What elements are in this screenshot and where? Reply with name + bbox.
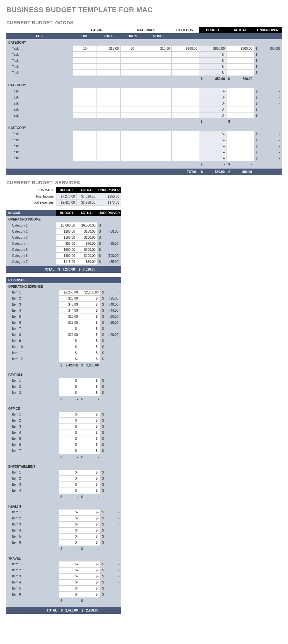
- expense-row-label: Item 3: [6, 521, 59, 527]
- expense-row: Item 1 $2,250.00 $2,250.00 $-: [6, 289, 121, 295]
- expense-row: Item 3 $- $- $-: [6, 573, 121, 579]
- expense-row-label: Item 2: [6, 384, 59, 390]
- cell-units[interactable]: [120, 64, 144, 70]
- expense-subtotal: $- $-: [6, 546, 121, 552]
- cell-units[interactable]: [120, 70, 144, 76]
- income-row-label: Category 4: [6, 241, 56, 247]
- task-row: Task $- $-: [6, 143, 282, 149]
- cell-hrs[interactable]: [73, 112, 97, 119]
- cell-hrs[interactable]: [73, 149, 97, 155]
- cell-units[interactable]: [120, 143, 144, 149]
- income-row: Category 2 $200.00 $150.00 $(50.00): [6, 228, 121, 235]
- task-row: Task $- $-: [6, 149, 282, 155]
- expense-row-label: Item 3: [6, 423, 59, 430]
- expense-row-label: Item 7: [6, 448, 59, 454]
- summary-label: SUMMARY: [6, 187, 56, 193]
- cell-hrs[interactable]: 10: [73, 46, 97, 52]
- expense-row-label: Item 2: [6, 567, 59, 573]
- expense-subtotal: $- $-: [6, 454, 121, 460]
- summary-hdr-uo: UNDER/OVER: [97, 187, 121, 193]
- expense-row-label: Item 4: [6, 430, 59, 436]
- expense-row-label: Item 6: [6, 591, 59, 597]
- cell-hrs[interactable]: [73, 137, 97, 143]
- expense-row-label: Item 1: [6, 561, 59, 567]
- col-rate: RATE: [97, 33, 120, 39]
- expense-row: Item 5 $- $- $-: [6, 585, 121, 591]
- goods-total-row: TOTAL $850.00 $800.00: [6, 169, 282, 175]
- expense-row-label: Item 6: [6, 539, 59, 546]
- cell-units[interactable]: [120, 52, 144, 58]
- cell-hrs[interactable]: [73, 143, 97, 149]
- category-subtotal: $850.00 $800.00: [6, 76, 282, 82]
- income-row-label: Category 5: [6, 247, 56, 253]
- income-title: INCOME: [6, 210, 56, 216]
- cell-units[interactable]: [120, 137, 144, 143]
- cell-units[interactable]: [120, 58, 144, 64]
- hdr-actual: ACTUAL: [227, 27, 254, 33]
- income-row-label: Category 3: [6, 235, 56, 241]
- summary-row: Total Income $7,270.00 $7,020.00 $250.00: [6, 193, 121, 199]
- cell-hrs[interactable]: [73, 70, 97, 76]
- income-row: Category 3 $100.00 $100.00 $-: [6, 235, 121, 241]
- category-label: CATEGORY: [6, 39, 282, 46]
- cell-hrs[interactable]: [73, 94, 97, 100]
- col-perunit: $/UNIT: [144, 33, 172, 39]
- task-row: Task $- $-: [6, 94, 282, 100]
- expense-row: Item 3 $- $- $-: [6, 521, 121, 527]
- cell-hrs[interactable]: [73, 52, 97, 58]
- cell-units[interactable]: [120, 106, 144, 112]
- expense-row: Item 6 $- $- $-: [6, 539, 121, 546]
- summary-table: SUMMARY BUDGET ACTUAL UNDER/OVER Total I…: [6, 187, 121, 206]
- goods-heading: CURRENT BUDGET: GOODS: [6, 20, 282, 25]
- cell-hrs[interactable]: [73, 88, 97, 94]
- task-label: Task: [6, 137, 73, 143]
- expense-row: Item 6 $- $- $-: [6, 591, 121, 597]
- expense-row: Item 1 $- $- $-: [6, 378, 121, 384]
- expense-section-title: PAYROLL: [6, 372, 121, 378]
- expense-row: Item 6 $15.00 $- $(15.00): [6, 320, 121, 326]
- task-row: Task $- $-: [6, 112, 282, 119]
- category-label: CATEGORY: [6, 82, 282, 88]
- cell-hrs[interactable]: [73, 106, 97, 112]
- task-label: Task: [6, 94, 73, 100]
- summary-row-label: Total Income: [6, 193, 56, 199]
- expense-row-label: Item 1: [6, 509, 59, 515]
- cell-units[interactable]: [120, 88, 144, 94]
- hdr-underover: UNDER/OVER: [254, 27, 282, 33]
- income-hdr-uo: UNDER/OVER: [97, 210, 121, 216]
- income-row-label: Category 6: [6, 253, 56, 259]
- income-row: Category 4 $55.00 $20.00 $(35.00): [6, 241, 121, 247]
- expense-row-label: Item 2: [6, 417, 59, 423]
- expense-row: Item 2 $25.00 $- $(25.00): [6, 295, 121, 301]
- expense-row-label: Item 5: [6, 585, 59, 591]
- expense-row-label: Item 11: [6, 350, 59, 356]
- cell-units[interactable]: [120, 155, 144, 161]
- cell-hrs[interactable]: [73, 100, 97, 106]
- cell-units[interactable]: [120, 131, 144, 137]
- expense-row-label: Item 3: [6, 573, 59, 579]
- hdr-labor: LABOR: [73, 27, 120, 33]
- cell-units[interactable]: [120, 149, 144, 155]
- expense-row: Item 1 $- $- $-: [6, 411, 121, 417]
- expense-row-label: Item 1: [6, 378, 59, 384]
- expense-row-label: Item 9: [6, 338, 59, 344]
- cell-hrs[interactable]: [73, 155, 97, 161]
- cell-units[interactable]: 50: [120, 46, 144, 52]
- cell-units[interactable]: [120, 100, 144, 106]
- expense-row: Item 2 $- $- $-: [6, 417, 121, 423]
- cell-units[interactable]: [120, 112, 144, 119]
- task-row: Task $- $-: [6, 100, 282, 106]
- task-label: Task: [6, 106, 73, 112]
- cell-hrs[interactable]: [73, 131, 97, 137]
- task-row: Task $- $-: [6, 58, 282, 64]
- cell-hrs[interactable]: [73, 58, 97, 64]
- expense-row-label: Item 2: [6, 515, 59, 521]
- expense-row: Item 6 $- $- $-: [6, 442, 121, 448]
- cell-units[interactable]: [120, 94, 144, 100]
- summary-row-label: Total Expenses: [6, 199, 56, 206]
- cell-hrs[interactable]: [73, 64, 97, 70]
- expense-row: Item 4 $44.00 $- $(44.00): [6, 308, 121, 314]
- task-row: Task $- $-: [6, 52, 282, 58]
- income-row: Category 6 $300.00 $200.00 $(100.00): [6, 253, 121, 259]
- expense-row: Item 7 $- $- $-: [6, 326, 121, 332]
